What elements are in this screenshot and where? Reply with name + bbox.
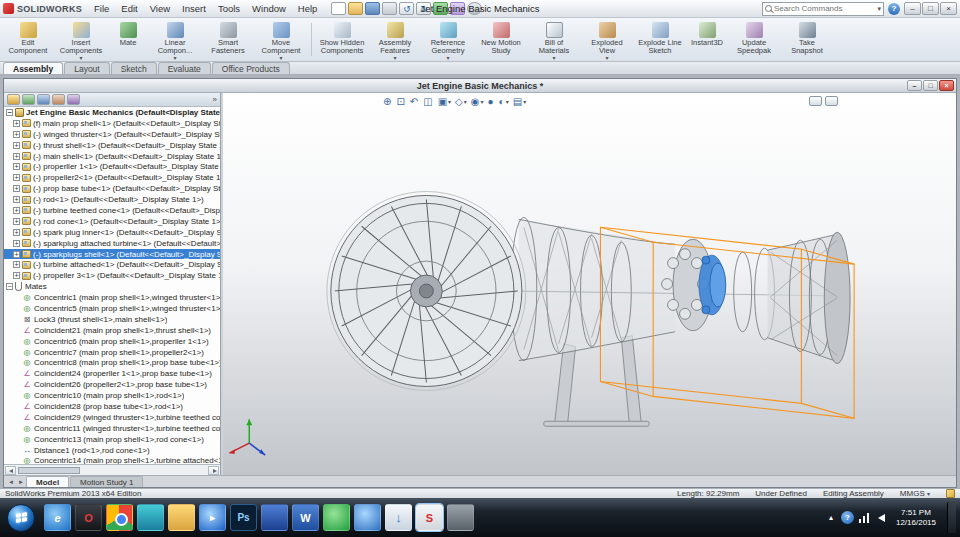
tree-component-item[interactable]: (-) propeller2<1> (Default<<Default>_Dis…: [4, 172, 220, 183]
tree-mate-item[interactable]: Coincident21 (main prop shell<1>,thrust …: [4, 325, 220, 336]
document-title-bar[interactable]: Jet Engine Basic Mechanics * –□×: [4, 79, 956, 93]
expander-icon[interactable]: [13, 251, 20, 258]
model-tab[interactable]: Motion Study 1: [70, 476, 143, 487]
tree-component-item[interactable]: (-) propeller 3<1> (Default<<Default>_Di…: [4, 270, 220, 281]
linear-pattern-button[interactable]: Linear Compon... ▾: [149, 19, 201, 60]
tree-mate-item[interactable]: Concentric13 (main prop shell<1>,rod con…: [4, 434, 220, 445]
search-dropdown-icon[interactable]: ▾: [877, 5, 881, 13]
selected-part-highlight[interactable]: [699, 255, 726, 315]
smart-fasteners-button[interactable]: Smart Fasteners: [202, 19, 254, 60]
tree-mate-item[interactable]: Concentric7 (main prop shell<1>,propelle…: [4, 347, 220, 358]
tree-component-item[interactable]: (-) turbine attached<1> (Default<<Defaul…: [4, 259, 220, 270]
tree-mate-item[interactable]: Concentric5 (main prop shell<1>,winged t…: [4, 303, 220, 314]
explode-line-sketch-button[interactable]: Explode Line Sketch: [634, 19, 686, 60]
assembly-features-button[interactable]: Assembly Features ▾: [369, 19, 421, 60]
featuremanager-tab-icon[interactable]: [7, 94, 20, 105]
tree-component-item[interactable]: (f) main prop shell<1> (Default<<Default…: [4, 118, 220, 129]
expander-icon[interactable]: [6, 109, 13, 116]
tree-mate-item[interactable]: Concentric1 (main prop shell<1>,winged t…: [4, 292, 220, 303]
hide-show-items-icon[interactable]: ◉▾: [471, 96, 484, 108]
tab-scroll-right-button[interactable]: ▸: [16, 477, 26, 487]
taskbar-download-icon[interactable]: ↓: [385, 504, 412, 531]
start-button[interactable]: [7, 504, 35, 532]
tree-mate-item[interactable]: Distance1 (rod<1>,rod cone<1>): [4, 445, 220, 456]
tree-mate-item[interactable]: Lock3 (thrust shell<1>,main shell<1>): [4, 314, 220, 325]
tree-mate-item[interactable]: Concentric8 (main prop shell<1>,prop bas…: [4, 357, 220, 368]
commandmanager-tab[interactable]: Office Products: [212, 62, 290, 74]
collapse-panel-button[interactable]: »: [213, 95, 217, 104]
minimize-button[interactable]: –: [904, 2, 921, 15]
tree-component-item[interactable]: (-) sparkplug attached turbine<1> (Defau…: [4, 238, 220, 249]
tree-component-item[interactable]: (-) rod cone<1> (Default<<Default>_Displ…: [4, 216, 220, 227]
zoom-fit-icon[interactable]: ⊕: [383, 96, 392, 108]
bill-of-materials-button[interactable]: Bill of Materials ▾: [528, 19, 580, 60]
tree-mate-item[interactable]: Coincident26 (propeller2<1>,prop base tu…: [4, 379, 220, 390]
model-tab[interactable]: Model: [26, 476, 69, 487]
viewport-corner-icon-2[interactable]: [825, 96, 838, 106]
expander-icon[interactable]: [13, 163, 20, 170]
taskbar-folder-icon[interactable]: [168, 504, 195, 531]
tree-horizontal-scrollbar[interactable]: [4, 464, 220, 475]
print-icon[interactable]: [382, 2, 397, 15]
viewport-corner-icon-1[interactable]: [809, 96, 822, 106]
taskbar-ie-icon[interactable]: e: [44, 504, 71, 531]
network-tray-icon[interactable]: [859, 513, 870, 523]
taskbar-media-app-icon[interactable]: [137, 504, 164, 531]
menu-item[interactable]: Insert: [176, 2, 212, 15]
expander-icon[interactable]: [6, 283, 13, 290]
commandmanager-tab[interactable]: Evaluate: [158, 62, 211, 74]
instant3d-button[interactable]: Instant3D: [687, 19, 727, 60]
displaymanager-tab-icon[interactable]: [67, 94, 80, 105]
open-file-icon[interactable]: [348, 2, 363, 15]
expander-icon[interactable]: [13, 185, 20, 192]
tree-component-item[interactable]: (-) thrust shell<1> (Default<<Default>_D…: [4, 140, 220, 151]
update-speedpak-button[interactable]: Update Speedpak: [728, 19, 780, 60]
propertymanager-tab-icon[interactable]: [22, 94, 35, 105]
expander-icon[interactable]: [13, 196, 20, 203]
new-motion-study-button[interactable]: New Motion Study: [475, 19, 527, 60]
units-selector[interactable]: MMGS ▾: [900, 489, 930, 498]
engine-nozzle[interactable]: [734, 232, 850, 363]
tree-component-item[interactable]: (-) sparkplugs shell<1> (Default<<Defaul…: [4, 249, 220, 260]
graphics-viewport[interactable]: ⊕ ⊡ ↶ ◫ ▣▾: [223, 93, 956, 475]
doc-minimize-button[interactable]: –: [907, 80, 922, 91]
dimxpert-tab-icon[interactable]: [52, 94, 65, 105]
doc-restore-button[interactable]: □: [923, 80, 938, 91]
file-properties-icon[interactable]: [450, 2, 465, 15]
engine-fan[interactable]: [327, 191, 526, 390]
restore-button[interactable]: □: [922, 2, 939, 15]
exploded-view-button[interactable]: Exploded View ▾: [581, 19, 633, 60]
expander-icon[interactable]: [13, 120, 20, 127]
tree-component-item[interactable]: (-) properller 1<1> (Default<<Default>_D…: [4, 161, 220, 172]
taskbar-photoshop-icon[interactable]: Ps: [230, 504, 257, 531]
show-hidden-components-button[interactable]: Show Hidden Components: [316, 19, 368, 60]
tree-root-item[interactable]: Jet Engine Basic Mechanics (Default<Disp…: [4, 107, 220, 118]
menu-item[interactable]: Edit: [115, 2, 143, 15]
help-icon[interactable]: ?: [888, 3, 900, 15]
taskbar-opera-icon[interactable]: O: [75, 504, 102, 531]
zoom-area-icon[interactable]: ⊡: [396, 96, 405, 108]
taskbar-chrome-icon[interactable]: [106, 504, 133, 531]
menu-item[interactable]: File: [88, 2, 115, 15]
tree-component-item[interactable]: (-) main shell<1> (Default<<Default>_Dis…: [4, 151, 220, 162]
expander-icon[interactable]: [13, 131, 20, 138]
expander-icon[interactable]: [13, 240, 20, 247]
edit-appearance-icon[interactable]: ●: [488, 96, 495, 108]
tree-component-item[interactable]: (-) rod<1> (Default<<Default>_Display St…: [4, 194, 220, 205]
mate-button[interactable]: Mate: [108, 19, 148, 60]
taskbar-green-app-icon[interactable]: [323, 504, 350, 531]
rebuild-icon[interactable]: [433, 2, 448, 15]
commandmanager-tab[interactable]: Sketch: [111, 62, 157, 74]
expander-icon[interactable]: [13, 261, 20, 268]
scroll-right-icon[interactable]: [208, 466, 219, 475]
taskbar-solidworks-icon[interactable]: S: [416, 504, 443, 531]
tree-mate-item[interactable]: Concentric11 (winged thruster<1>,turbine…: [4, 423, 220, 434]
apply-scene-icon[interactable]: ◐▾: [499, 96, 509, 108]
tree-mate-item[interactable]: Coincident28 (prop base tube<1>,rod<1>): [4, 401, 220, 412]
menu-item[interactable]: Window: [246, 2, 292, 15]
help-tray-icon[interactable]: ?: [841, 511, 854, 524]
new-file-icon[interactable]: [331, 2, 346, 15]
expander-icon[interactable]: [13, 153, 20, 160]
hidden-icons-button[interactable]: ▴: [826, 513, 836, 522]
redo-icon[interactable]: ↻: [416, 2, 431, 15]
